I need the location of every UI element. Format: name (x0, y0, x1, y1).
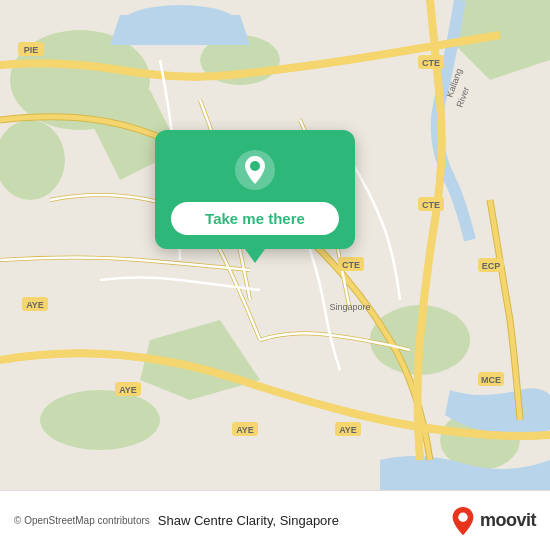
svg-text:AYE: AYE (26, 300, 44, 310)
map-attribution: © OpenStreetMap contributors (14, 515, 150, 526)
svg-point-7 (40, 390, 160, 450)
svg-text:PIE: PIE (24, 45, 39, 55)
bottom-bar: © OpenStreetMap contributors Shaw Centre… (0, 490, 550, 550)
svg-text:AYE: AYE (339, 425, 357, 435)
svg-text:ECP: ECP (482, 261, 501, 271)
svg-point-37 (458, 512, 467, 521)
svg-text:CTE: CTE (422, 58, 440, 68)
popup-card: Take me there (155, 130, 355, 249)
map-container: PIE CTE CTE CTE AYE AYE AYE AYE ECP MCE … (0, 0, 550, 490)
svg-marker-11 (110, 15, 250, 45)
moovit-pin-icon (450, 505, 476, 537)
svg-text:AYE: AYE (119, 385, 137, 395)
take-me-there-button[interactable]: Take me there (171, 202, 339, 235)
svg-text:MCE: MCE (481, 375, 501, 385)
svg-text:Singapore: Singapore (329, 302, 370, 312)
svg-text:CTE: CTE (422, 200, 440, 210)
moovit-logo: moovit (450, 505, 536, 537)
svg-text:AYE: AYE (236, 425, 254, 435)
moovit-text: moovit (480, 510, 536, 531)
svg-point-36 (250, 161, 260, 171)
location-label: Shaw Centre Clarity, Singapore (158, 513, 450, 528)
svg-text:CTE: CTE (342, 260, 360, 270)
location-pin-icon (233, 148, 277, 192)
